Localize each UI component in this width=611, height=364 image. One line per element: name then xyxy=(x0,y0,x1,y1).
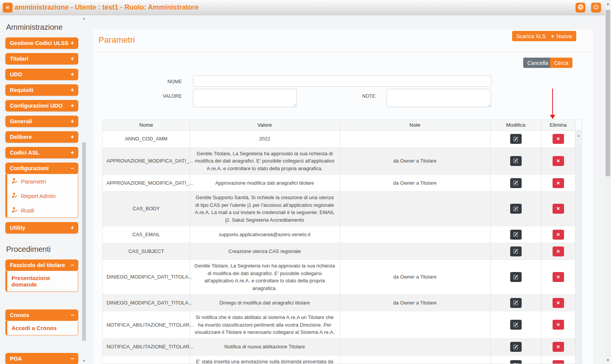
delete-button[interactable]: ✕ xyxy=(553,342,564,352)
edit-button[interactable] xyxy=(510,178,522,188)
sidebar-item-poa[interactable]: POA − xyxy=(5,353,78,364)
sidebar-item-utility[interactable]: Utility + xyxy=(5,222,78,234)
close-icon: ✕ xyxy=(556,232,560,237)
sidebar-item-configurazioni-udo[interactable]: Configurazioni UDO + xyxy=(5,100,78,111)
table-row: APPROVAZIONE_MODIFICA_DATI_... Gentile T… xyxy=(103,147,575,175)
parameters-table: Nome Valore Note Modifica Elimina ANNO_C… xyxy=(102,119,582,364)
sidebar-item-gestione-codici-ulss[interactable]: Gestione Codici ULSS + xyxy=(5,37,78,49)
scroll-down-icon[interactable]: ▼ xyxy=(81,359,87,363)
edit-button[interactable] xyxy=(510,134,522,144)
col-header-modifica: Modifica xyxy=(490,120,541,130)
delete-button[interactable]: ✕ xyxy=(553,134,564,144)
nome-input[interactable] xyxy=(193,76,491,87)
collapse-icon: − xyxy=(71,165,74,172)
cell-valore: E' stata inserita una annotazione sulla … xyxy=(190,355,339,364)
expand-icon: + xyxy=(71,71,74,78)
edit-button[interactable] xyxy=(510,204,522,214)
delete-button[interactable]: ✕ xyxy=(553,230,564,240)
language-button[interactable] xyxy=(575,3,585,13)
table-row: CAS_SUBJECT Creazione utenza CAS regiona… xyxy=(103,243,575,260)
cell-note: da Owner a Titolare xyxy=(339,260,490,295)
table-row: E' stata inserita una annotazione sulla … xyxy=(103,355,575,364)
table-row: NOTIFICA_ABILITAZIONE_TITOLAR... Si noti… xyxy=(103,311,575,339)
sidebar-item-requisiti[interactable]: Requisiti + xyxy=(5,84,78,96)
edit-button[interactable] xyxy=(510,298,522,308)
delete-button[interactable]: ✕ xyxy=(553,360,564,364)
cell-valore: Gentile Supporto Sanità, Si richiede la … xyxy=(190,192,339,226)
scroll-down-icon[interactable]: ▼ xyxy=(605,358,611,362)
main-content: Parametri Scarica XLS + Nuova Cancella C… xyxy=(87,15,605,364)
annotation-arrow-line xyxy=(552,89,553,115)
delete-button[interactable]: ✕ xyxy=(553,178,564,188)
cell-nome: CAS_EMAIL xyxy=(103,226,190,243)
sidebar-collapse-button[interactable]: « xyxy=(3,3,13,13)
sidebar-item-cronos[interactable]: Cronos − xyxy=(5,309,78,321)
delete-button[interactable]: ✕ xyxy=(553,272,564,282)
title-divider xyxy=(94,52,593,52)
scroll-up-icon[interactable]: ▲ xyxy=(81,16,87,20)
cell-nome: APPROVAZIONE_MODIFICA_DATI_... xyxy=(103,175,190,192)
sidebar-item-fascicolo-del-titolare[interactable]: Fascicolo del titolare − xyxy=(5,259,78,271)
note-textarea[interactable] xyxy=(386,89,491,107)
scroll-up-icon[interactable]: ▲ xyxy=(605,2,611,6)
sidebar-item-udo[interactable]: UDO + xyxy=(5,69,78,80)
delete-button[interactable]: ✕ xyxy=(553,156,564,166)
sidebar-scrollbar-thumb[interactable] xyxy=(82,142,86,341)
sidebar-item-generali[interactable]: Generali + xyxy=(5,116,78,127)
top-bar: « amministrazione - Utente : test1 - Ruo… xyxy=(0,0,611,15)
sidebar-subitem-ruoli[interactable]: Ruoli xyxy=(7,203,78,217)
delete-button[interactable]: ✕ xyxy=(553,320,564,330)
sidebar-subitem-accedi-a-cronos[interactable]: Accedi a Cronos xyxy=(7,321,78,335)
expand-icon: + xyxy=(71,224,74,231)
cell-nome: NOTIFICA_ABILITAZIONE_TITOLAR... xyxy=(103,338,190,355)
table-header-row: Nome Valore Note Modifica Elimina xyxy=(103,120,575,130)
delete-button[interactable]: ✕ xyxy=(553,246,564,256)
cell-valore: Notifica di nuova abilitazione Titolare xyxy=(190,338,339,355)
valore-textarea[interactable] xyxy=(193,89,297,107)
cell-valore: 2022 xyxy=(190,130,339,147)
sidebar-item-codici-asl[interactable]: Codici ASL + xyxy=(5,147,78,158)
nuova-button[interactable]: + Nuova xyxy=(547,31,576,41)
cell-valore: Diniego di modifica dati anagrafici tito… xyxy=(190,295,339,311)
cancella-button[interactable]: Cancella xyxy=(523,58,552,68)
valore-label: VALORE xyxy=(87,93,182,99)
expand-icon: + xyxy=(71,118,74,125)
delete-button[interactable]: ✕ xyxy=(553,204,564,214)
collapse-icon: − xyxy=(71,262,74,269)
close-icon: ✕ xyxy=(556,180,560,186)
expand-icon: + xyxy=(71,149,74,156)
page-scrollbar-thumb[interactable] xyxy=(606,10,610,176)
power-icon xyxy=(593,4,599,11)
sidebar-item-configurazioni[interactable]: Configurazioni − xyxy=(5,163,78,174)
edit-button[interactable] xyxy=(510,156,522,166)
edit-button[interactable] xyxy=(510,230,522,240)
user-edit-icon xyxy=(12,178,18,185)
scarica-xls-button[interactable]: Scarica XLS xyxy=(512,31,550,41)
cerca-button[interactable]: Cerca xyxy=(550,58,572,68)
sidebar-item-delibere[interactable]: Delibere + xyxy=(5,131,78,143)
cell-valore: Gentile Titolare, La Segreteria non ha a… xyxy=(190,260,339,295)
edit-button[interactable] xyxy=(510,342,522,352)
logout-button[interactable] xyxy=(591,3,601,13)
sidebar-subitem-report-admin[interactable]: Report Admin xyxy=(7,188,78,203)
expand-icon: + xyxy=(71,134,74,140)
sidebar-subitem-parametri[interactable]: Parametri xyxy=(7,174,78,188)
edit-button[interactable] xyxy=(510,320,522,330)
cell-valore: Si notifica che è stato abilitato al sis… xyxy=(190,311,339,339)
edit-button[interactable] xyxy=(510,360,522,364)
cell-valore: Creazione utenza CAS regionale xyxy=(190,243,339,260)
cronos-submenu: Accedi a Cronos xyxy=(5,321,78,335)
table-row: DINIEGO_MODIFICA_DATI_TITOLA... Diniego … xyxy=(103,295,575,311)
scroll-up-icon[interactable]: ▲ xyxy=(575,130,582,137)
globe-icon xyxy=(577,4,584,12)
cell-nome xyxy=(103,355,190,364)
edit-button[interactable] xyxy=(510,246,522,256)
table-row: CAS_EMAIL supporto.applicativoarea@azero… xyxy=(103,226,575,243)
plus-icon: + xyxy=(551,33,554,39)
edit-button[interactable] xyxy=(510,272,522,282)
cell-note xyxy=(339,338,490,355)
sidebar-item-titolari[interactable]: Titolari + xyxy=(5,53,78,64)
sidebar-subitem-presentazione-domande[interactable]: Presentazione domande xyxy=(7,271,78,292)
cell-valore: Gentile Titolare, La Segreteria ha appro… xyxy=(190,147,339,175)
delete-button[interactable]: ✕ xyxy=(553,298,564,308)
